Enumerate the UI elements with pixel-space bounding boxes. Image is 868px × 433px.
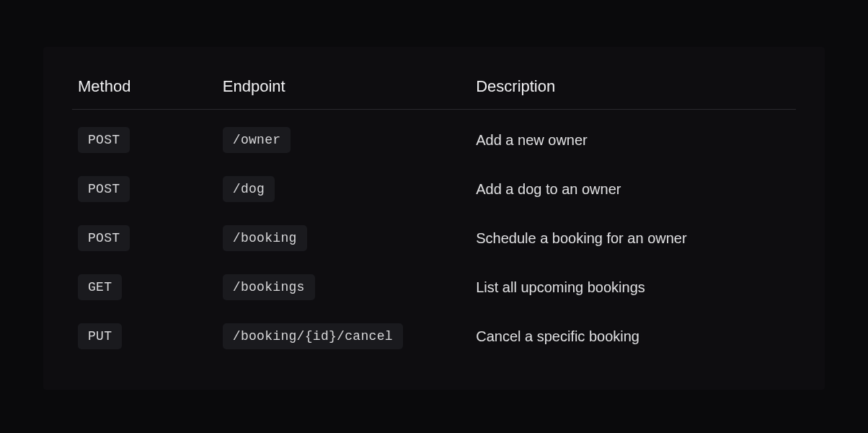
method-pill: POST — [78, 127, 130, 153]
method-pill: GET — [78, 274, 122, 300]
endpoint-cell: /dog — [217, 165, 470, 214]
description-cell: List all upcoming bookings — [470, 263, 796, 312]
method-cell: GET — [72, 263, 217, 312]
table-row: GET /bookings List all upcoming bookings — [72, 263, 796, 312]
endpoint-pill: /bookings — [223, 274, 315, 300]
table-row: POST /owner Add a new owner — [72, 110, 796, 165]
table-row: PUT /booking/{id}/cancel Cancel a specif… — [72, 312, 796, 361]
description-cell: Add a dog to an owner — [470, 165, 796, 214]
description-cell: Schedule a booking for an owner — [470, 214, 796, 263]
header-description: Description — [470, 69, 796, 110]
endpoint-cell: /owner — [217, 110, 470, 165]
endpoint-pill: /owner — [223, 127, 291, 153]
method-pill: POST — [78, 225, 130, 251]
method-pill: PUT — [78, 323, 122, 349]
api-endpoints-table: Method Endpoint Description POST /owner … — [72, 69, 796, 361]
endpoint-pill: /dog — [223, 176, 275, 202]
endpoint-cell: /booking/{id}/cancel — [217, 312, 470, 361]
endpoint-cell: /bookings — [217, 263, 470, 312]
table-row: POST /dog Add a dog to an owner — [72, 165, 796, 214]
method-cell: POST — [72, 110, 217, 165]
header-method: Method — [72, 69, 217, 110]
endpoint-pill: /booking/{id}/cancel — [223, 323, 403, 349]
endpoint-pill: /booking — [223, 225, 307, 251]
table-header-row: Method Endpoint Description — [72, 69, 796, 110]
method-pill: POST — [78, 176, 130, 202]
table-row: POST /booking Schedule a booking for an … — [72, 214, 796, 263]
header-endpoint: Endpoint — [217, 69, 470, 110]
method-cell: PUT — [72, 312, 217, 361]
api-endpoints-panel: Method Endpoint Description POST /owner … — [43, 47, 825, 390]
description-cell: Add a new owner — [470, 110, 796, 165]
method-cell: POST — [72, 214, 217, 263]
endpoint-cell: /booking — [217, 214, 470, 263]
description-cell: Cancel a specific booking — [470, 312, 796, 361]
method-cell: POST — [72, 165, 217, 214]
